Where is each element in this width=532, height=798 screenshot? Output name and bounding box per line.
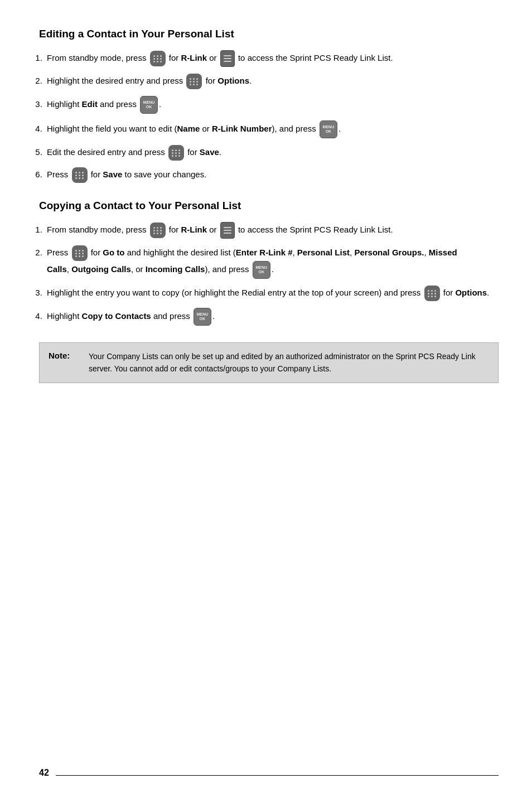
- menu-ok-btn-4[interactable]: MENUOK: [194, 308, 211, 326]
- copy-step-3-text: Highlight the entry you want to copy (or…: [47, 288, 489, 297]
- menu-ok-btn-1[interactable]: MENUOK: [140, 96, 158, 114]
- enter-rlink-bold: Enter R-Link #: [236, 248, 293, 257]
- menu-ok-btn-2[interactable]: MENUOK: [320, 120, 337, 138]
- menu-ok-btn-3[interactable]: MENUOK: [253, 261, 270, 279]
- rlink-btn-2[interactable]: [150, 223, 166, 238]
- rlinknum-bold: R-Link Number: [212, 124, 272, 133]
- edit-bold: Edit: [82, 99, 98, 109]
- outgoing-calls-bold: Outgoing Calls: [71, 264, 131, 274]
- edit-step-3: Highlight Edit and press MENUOK.: [45, 96, 499, 114]
- personal-list-bold: Personal List: [297, 248, 350, 257]
- copying-title: Copying a Contact to Your Personal List: [39, 200, 499, 212]
- edit-step-1-text: From standby mode, press for R-Link or t…: [47, 53, 393, 62]
- name-bold: Name: [177, 124, 200, 133]
- edit-step-1: From standby mode, press for R-Link or t…: [45, 50, 499, 67]
- nav-btn-1[interactable]: [220, 50, 235, 67]
- editing-section: Editing a Contact in Your Personal List …: [39, 28, 499, 183]
- copy-step-2-text: Press for Go to and highlight the desire…: [47, 248, 457, 274]
- note-label: Note:: [49, 351, 82, 375]
- note-text: Your Company Lists can only be set up an…: [89, 351, 489, 375]
- options-btn-2[interactable]: [424, 286, 440, 301]
- edit-step-3-text: Highlight Edit and press MENUOK.: [47, 99, 161, 109]
- copying-section: Copying a Contact to Your Personal List …: [39, 200, 499, 326]
- save-bold-1: Save: [200, 147, 219, 157]
- rlink-bold-2: R-Link: [181, 225, 207, 234]
- save-btn-1[interactable]: [168, 145, 184, 161]
- edit-step-5-text: Edit the desired entry and press for Sav…: [47, 147, 221, 157]
- edit-step-5: Edit the desired entry and press for Sav…: [45, 145, 499, 161]
- save-bold-2: Save: [103, 170, 122, 179]
- edit-step-2: Highlight the desired entry and press fo…: [45, 74, 499, 89]
- page-number: 42: [39, 768, 49, 778]
- edit-step-6: Press for Save to save your changes.: [45, 167, 499, 183]
- edit-step-4: Highlight the field you want to edit (Na…: [45, 120, 499, 138]
- note-box: Note: Your Company Lists can only be set…: [39, 342, 499, 383]
- copy-step-1: From standby mode, press for R-Link or t…: [45, 222, 499, 239]
- copying-steps-list: From standby mode, press for R-Link or t…: [45, 222, 499, 326]
- goto-btn[interactable]: [72, 245, 88, 261]
- rlink-bold-1: R-Link: [181, 53, 207, 62]
- edit-step-6-text: Press for Save to save your changes.: [47, 170, 206, 179]
- rlink-btn-1[interactable]: [150, 51, 166, 66]
- copy-step-4-text: Highlight Copy to Contacts and press MEN…: [47, 311, 215, 321]
- goto-bold: Go to: [103, 248, 124, 257]
- personal-groups-bold: Personal Groups.: [354, 248, 424, 257]
- copy-step-2: Press for Go to and highlight the desire…: [45, 245, 499, 279]
- editing-title: Editing a Contact in Your Personal List: [39, 28, 499, 40]
- editing-steps-list: From standby mode, press for R-Link or t…: [45, 50, 499, 183]
- incoming-calls-bold: Incoming Calls: [146, 264, 205, 274]
- options-bold-1: Options: [217, 76, 249, 85]
- edit-step-2-text: Highlight the desired entry and press fo…: [47, 76, 252, 85]
- save-btn-2[interactable]: [72, 167, 88, 183]
- copy-step-4: Highlight Copy to Contacts and press MEN…: [45, 308, 499, 326]
- copy-step-3: Highlight the entry you want to copy (or…: [45, 286, 499, 301]
- footer-line: [56, 775, 499, 776]
- copy-to-contacts-bold: Copy to Contacts: [82, 311, 151, 321]
- nav-btn-2[interactable]: [220, 222, 235, 239]
- options-btn-1[interactable]: [186, 74, 202, 89]
- edit-step-4-text: Highlight the field you want to edit (Na…: [47, 124, 341, 133]
- options-bold-2: Options: [455, 288, 487, 297]
- copy-step-1-text: From standby mode, press for R-Link or t…: [47, 225, 393, 234]
- page-footer: 42: [39, 768, 499, 778]
